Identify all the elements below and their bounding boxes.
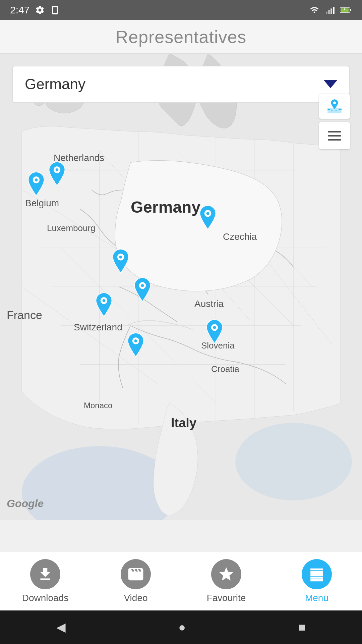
locate-button[interactable] bbox=[319, 94, 350, 119]
settings-icon bbox=[35, 5, 45, 15]
download-icon-circle bbox=[30, 559, 60, 589]
star-icon-circle bbox=[211, 559, 241, 589]
selected-country: Germany bbox=[25, 76, 85, 93]
video-icon bbox=[127, 566, 144, 583]
svg-point-39 bbox=[56, 168, 59, 171]
map-pin-4[interactable] bbox=[111, 248, 131, 274]
svg-point-51 bbox=[213, 326, 216, 329]
google-logo: Google bbox=[7, 497, 44, 510]
map-pin-8[interactable] bbox=[204, 319, 225, 344]
hamburger-icon bbox=[323, 126, 346, 145]
country-selector[interactable]: Germany bbox=[12, 66, 350, 103]
nav-item-downloads[interactable]: Downloads bbox=[0, 559, 90, 603]
home-button[interactable]: ● bbox=[178, 620, 186, 634]
status-right bbox=[308, 5, 352, 15]
android-nav-bar: ◀ ● ■ bbox=[0, 610, 362, 644]
svg-point-37 bbox=[35, 178, 38, 181]
map-pin-2[interactable] bbox=[47, 161, 67, 186]
status-bar: 2:47 bbox=[0, 0, 362, 20]
map-menu-button[interactable] bbox=[319, 122, 350, 149]
svg-point-47 bbox=[103, 299, 106, 302]
battery-icon bbox=[340, 6, 352, 14]
svg-rect-2 bbox=[330, 8, 332, 14]
svg-rect-34 bbox=[335, 111, 337, 111]
app-header: Representatives bbox=[0, 20, 362, 54]
country-select-box[interactable]: Germany bbox=[12, 66, 350, 103]
map-pin-6[interactable] bbox=[94, 292, 114, 317]
menu-icon-circle bbox=[302, 559, 332, 589]
status-left: 2:47 bbox=[10, 4, 60, 16]
back-button[interactable]: ◀ bbox=[56, 620, 66, 634]
star-icon bbox=[218, 566, 235, 583]
map-background bbox=[0, 54, 362, 520]
bottom-nav: Downloads Video Favourite bbox=[0, 552, 362, 610]
nav-label-menu: Menu bbox=[305, 593, 328, 603]
download-icon bbox=[37, 566, 54, 583]
svg-rect-35 bbox=[339, 109, 342, 110]
map-controls bbox=[319, 94, 350, 149]
nav-item-menu[interactable]: Menu bbox=[272, 559, 362, 603]
signal-icon bbox=[325, 5, 335, 15]
svg-rect-1 bbox=[328, 10, 330, 14]
map-pin-5[interactable] bbox=[132, 277, 153, 302]
recent-button[interactable]: ■ bbox=[298, 620, 306, 634]
nav-label-favourite: Favourite bbox=[207, 593, 246, 603]
wifi-icon bbox=[308, 5, 320, 15]
svg-point-43 bbox=[119, 256, 122, 259]
nav-item-video[interactable]: Video bbox=[90, 559, 181, 603]
svg-rect-32 bbox=[327, 109, 330, 110]
nav-item-favourite[interactable]: Favourite bbox=[181, 559, 272, 603]
svg-point-45 bbox=[141, 284, 144, 287]
svg-rect-0 bbox=[326, 12, 327, 14]
svg-rect-5 bbox=[350, 9, 351, 11]
menu-list-icon bbox=[308, 566, 325, 583]
map-pin-3[interactable] bbox=[198, 205, 218, 230]
map-pin-7[interactable] bbox=[126, 332, 146, 358]
svg-point-49 bbox=[134, 339, 137, 342]
sim-icon bbox=[50, 5, 60, 15]
nav-label-video: Video bbox=[124, 593, 147, 603]
svg-point-41 bbox=[206, 212, 209, 215]
svg-line-7 bbox=[345, 7, 345, 10]
nav-label-downloads: Downloads bbox=[22, 593, 69, 603]
svg-rect-3 bbox=[333, 7, 335, 14]
svg-rect-33 bbox=[331, 111, 333, 111]
page-title: Representatives bbox=[116, 27, 247, 47]
svg-point-31 bbox=[333, 101, 336, 104]
time-display: 2:47 bbox=[10, 4, 29, 16]
video-icon-circle bbox=[121, 559, 151, 589]
map-pin-1[interactable] bbox=[26, 171, 46, 197]
map-container: Germany Germany Net bbox=[0, 54, 362, 520]
chevron-down-icon bbox=[324, 80, 337, 88]
location-pin-icon bbox=[326, 98, 343, 115]
svg-point-10 bbox=[235, 423, 352, 500]
